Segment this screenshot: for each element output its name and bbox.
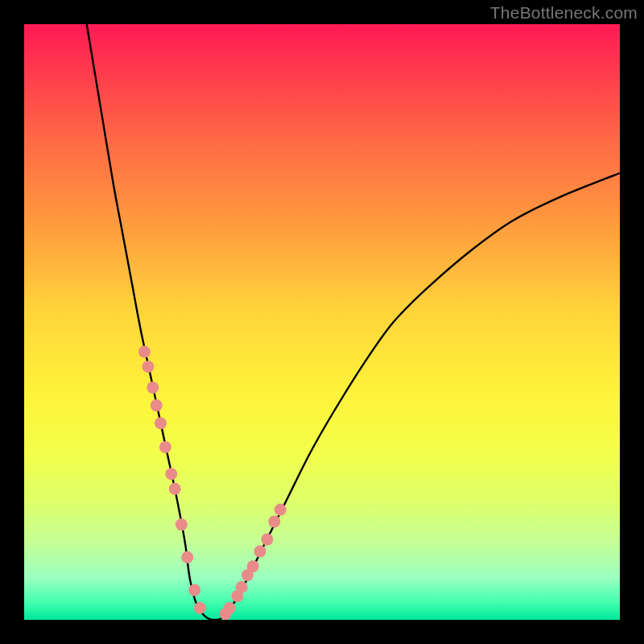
data-marker xyxy=(247,560,259,572)
plot-area xyxy=(24,24,620,620)
data-marker xyxy=(142,361,154,373)
data-marker xyxy=(275,504,287,516)
data-marker xyxy=(194,602,206,614)
data-marker xyxy=(138,346,151,358)
data-marker xyxy=(151,399,163,411)
data-marker xyxy=(169,483,181,495)
chart-frame: TheBottleneck.com xyxy=(0,0,644,644)
curve-svg xyxy=(24,24,620,620)
markers-left-group xyxy=(138,346,206,614)
data-marker xyxy=(181,551,193,564)
data-marker xyxy=(155,417,167,429)
data-marker xyxy=(261,534,273,546)
data-marker xyxy=(165,468,177,480)
data-marker xyxy=(175,518,188,530)
data-marker xyxy=(147,382,159,394)
data-marker xyxy=(268,515,280,527)
markers-right-group xyxy=(220,504,287,621)
data-marker xyxy=(254,545,266,557)
data-marker xyxy=(188,584,200,597)
data-marker xyxy=(224,602,236,614)
bottleneck-curve xyxy=(87,24,620,620)
data-marker xyxy=(236,581,248,593)
data-marker xyxy=(159,441,171,453)
watermark-text: TheBottleneck.com xyxy=(490,3,638,23)
